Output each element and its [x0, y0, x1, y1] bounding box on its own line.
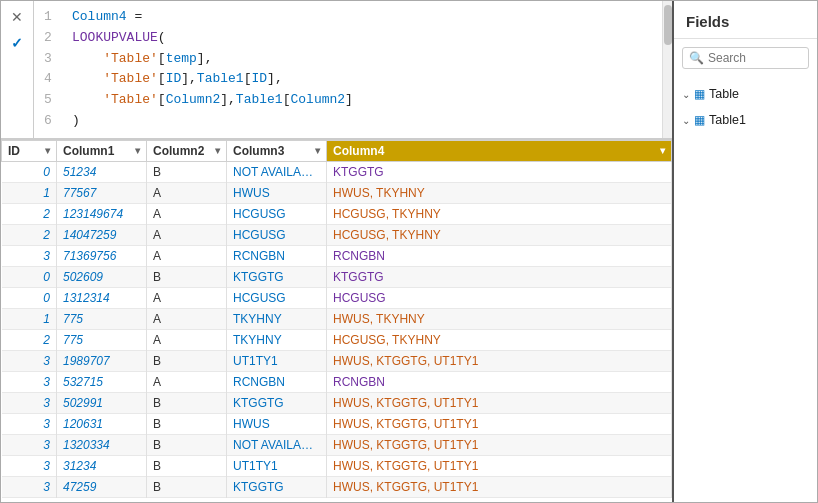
table-row: 3502991BKTGGTGHWUS, KTGGTG, UT1TY1 — [2, 392, 672, 413]
cell-id: 2 — [2, 203, 57, 224]
cell-col3: NOT AVAILABLE — [227, 434, 327, 455]
formula-line-4: 4 'Table' [ ID ], Table1 [ ID ], — [44, 69, 652, 90]
col2-filter-icon[interactable]: ▾ — [215, 145, 220, 156]
cell-col2: A — [147, 371, 227, 392]
table1-group-header[interactable]: ⌄ ▦ Table1 — [682, 111, 809, 129]
formula-bar: ✕ ✓ 1 Column4 = 2 LOOKUPVALUE ( 3 'Ta — [1, 1, 672, 139]
fields-list: ⌄ ▦ Table ⌄ ▦ Table1 — [674, 77, 817, 137]
cell-col1: 1312314 — [57, 287, 147, 308]
col-header-col1[interactable]: Column1 ▾ — [57, 140, 147, 161]
cell-col3: UT1TY1 — [227, 350, 327, 371]
table-group-label: Table — [709, 87, 739, 101]
cell-col3: UT1TY1 — [227, 455, 327, 476]
cell-id: 2 — [2, 224, 57, 245]
cell-col4: HWUS, TKYHNY — [327, 308, 672, 329]
cell-col1: 51234 — [57, 161, 147, 182]
cell-col2: B — [147, 434, 227, 455]
cell-col3: NOT AVAILABLE — [227, 161, 327, 182]
cell-col2: B — [147, 413, 227, 434]
cell-id: 1 — [2, 182, 57, 203]
cell-id: 3 — [2, 350, 57, 371]
cell-id: 3 — [2, 413, 57, 434]
cell-col1: 120631 — [57, 413, 147, 434]
cell-id: 0 — [2, 161, 57, 182]
cell-col2: B — [147, 476, 227, 497]
table-row: 0502609BKTGGTGKTGGTG — [2, 266, 672, 287]
cell-col2: B — [147, 455, 227, 476]
table-group-header[interactable]: ⌄ ▦ Table — [682, 85, 809, 103]
cell-col3: HCGUSG — [227, 203, 327, 224]
field-group-table1: ⌄ ▦ Table1 — [674, 107, 817, 133]
col3-filter-icon[interactable]: ▾ — [315, 145, 320, 156]
cell-col2: B — [147, 350, 227, 371]
search-box[interactable]: 🔍 — [682, 47, 809, 69]
cell-col2: A — [147, 308, 227, 329]
table-chevron-icon: ⌄ — [682, 89, 690, 100]
field-group-table: ⌄ ▦ Table — [674, 81, 817, 107]
cell-col1: 31234 — [57, 455, 147, 476]
col-header-col2[interactable]: Column2 ▾ — [147, 140, 227, 161]
fields-header: Fields — [674, 1, 817, 39]
col-header-id[interactable]: ID ▾ — [2, 140, 57, 161]
cell-id: 2 — [2, 329, 57, 350]
table-row: 1775ATKYHNYHWUS, TKYHNY — [2, 308, 672, 329]
table-row: 214047259AHCGUSGHCGUSG, TKYHNY — [2, 224, 672, 245]
cell-col3: KTGGTG — [227, 266, 327, 287]
cell-col4: KTGGTG — [327, 161, 672, 182]
cell-col3: KTGGTG — [227, 392, 327, 413]
table-row: 31320334BNOT AVAILABLEHWUS, KTGGTG, UT1T… — [2, 434, 672, 455]
confirm-button[interactable]: ✓ — [7, 33, 27, 53]
col1-filter-icon[interactable]: ▾ — [135, 145, 140, 156]
formula-line-5: 5 'Table' [ Column2 ], Table1 [ Column2 … — [44, 90, 652, 111]
cell-id: 0 — [2, 266, 57, 287]
data-table-container[interactable]: ID ▾ Column1 ▾ Column2 — [1, 139, 672, 502]
cell-col1: 71369756 — [57, 245, 147, 266]
cell-col4: HWUS, KTGGTG, UT1TY1 — [327, 434, 672, 455]
cell-col3: HWUS — [227, 413, 327, 434]
cell-col4: HCGUSG, TKYHNY — [327, 224, 672, 245]
cell-col4: HWUS, KTGGTG, UT1TY1 — [327, 350, 672, 371]
table-row: 051234BNOT AVAILABLEKTGGTG — [2, 161, 672, 182]
cell-col4: HWUS, KTGGTG, UT1TY1 — [327, 413, 672, 434]
cell-col3: HCGUSG — [227, 287, 327, 308]
cell-col1: 502991 — [57, 392, 147, 413]
cell-col4: HCGUSG — [327, 287, 672, 308]
formula-area: ✕ ✓ 1 Column4 = 2 LOOKUPVALUE ( 3 'Ta — [1, 1, 672, 502]
col-header-col4[interactable]: Column4 ▾ — [327, 140, 672, 161]
cell-col1: 77567 — [57, 182, 147, 203]
cell-col4: HWUS, TKYHNY — [327, 182, 672, 203]
table1-grid-icon: ▦ — [694, 113, 705, 127]
id-filter-icon[interactable]: ▾ — [45, 145, 50, 156]
cell-col2: A — [147, 245, 227, 266]
cell-col1: 123149674 — [57, 203, 147, 224]
cell-id: 0 — [2, 287, 57, 308]
cell-col4: HWUS, KTGGTG, UT1TY1 — [327, 455, 672, 476]
col4-filter-icon[interactable]: ▾ — [660, 145, 665, 156]
table-row: 2775ATKYHNYHCGUSG, TKYHNY — [2, 329, 672, 350]
search-input[interactable] — [708, 51, 802, 65]
cell-col3: HCGUSG — [227, 224, 327, 245]
cell-col3: RCNGBN — [227, 245, 327, 266]
cell-col2: A — [147, 224, 227, 245]
cell-id: 3 — [2, 476, 57, 497]
cancel-button[interactable]: ✕ — [7, 7, 27, 27]
cell-id: 3 — [2, 455, 57, 476]
cell-col2: A — [147, 287, 227, 308]
cell-col2: B — [147, 161, 227, 182]
cell-id: 3 — [2, 434, 57, 455]
cell-col1: 1320334 — [57, 434, 147, 455]
cell-col4: HCGUSG, TKYHNY — [327, 329, 672, 350]
table-row: 177567AHWUSHWUS, TKYHNY — [2, 182, 672, 203]
formula-controls: ✕ ✓ — [1, 1, 34, 138]
formula-scrollbar[interactable] — [662, 1, 672, 138]
cell-col3: RCNGBN — [227, 371, 327, 392]
cell-col2: A — [147, 203, 227, 224]
cell-col2: A — [147, 182, 227, 203]
right-panel: Fields 🔍 ⌄ ▦ Table ⌄ ▦ Table1 — [672, 1, 817, 502]
cell-col4: RCNGBN — [327, 245, 672, 266]
col-header-col3[interactable]: Column3 ▾ — [227, 140, 327, 161]
cell-id: 3 — [2, 371, 57, 392]
search-icon: 🔍 — [689, 51, 704, 65]
cell-col4: HWUS, KTGGTG, UT1TY1 — [327, 392, 672, 413]
cell-id: 3 — [2, 245, 57, 266]
